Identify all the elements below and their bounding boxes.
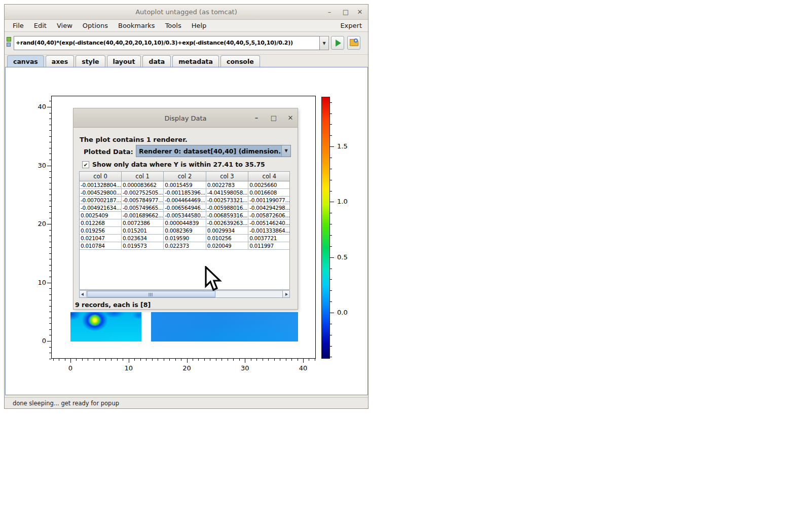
table-cell[interactable]: 0.0072386: [121, 219, 163, 226]
table-cell[interactable]: -0.004529800...: [80, 188, 121, 196]
chevron-down-icon[interactable]: ▼: [281, 145, 290, 157]
tick-mark: [49, 359, 51, 359]
data-table-viewport[interactable]: col 0col 1col 2col 3col 4 -0.001328804..…: [79, 171, 290, 290]
table-cell[interactable]: 0.011997: [248, 242, 290, 249]
dialog-close-button[interactable]: ✕: [286, 113, 295, 123]
tab-layout[interactable]: layout: [107, 55, 141, 67]
tab-console[interactable]: console: [220, 55, 260, 67]
menu-tools[interactable]: Tools: [160, 20, 187, 31]
scroll-left-button[interactable]: [80, 291, 87, 297]
table-cell[interactable]: 0.015201: [121, 226, 163, 234]
table-cell[interactable]: 0.0029934: [206, 226, 248, 234]
table-column-header-4[interactable]: col 4: [248, 172, 290, 181]
menu-edit[interactable]: Edit: [29, 20, 52, 31]
tab-canvas[interactable]: canvas: [7, 55, 44, 67]
menu-view[interactable]: View: [52, 20, 78, 31]
table-row[interactable]: 0.0210470.0236340.0195900.0102560.003772…: [80, 234, 290, 242]
table-cell[interactable]: 0.0015459: [164, 181, 206, 188]
dialog-titlebar[interactable]: Display Data – □ ✕: [73, 108, 298, 128]
scrollbar-thumb[interactable]: [87, 291, 215, 297]
table-cell[interactable]: 0.0022783: [206, 181, 248, 188]
menu-help[interactable]: Help: [187, 20, 212, 31]
table-cell[interactable]: 0.0037721: [248, 234, 290, 242]
table-cell[interactable]: 0.0016608: [248, 188, 290, 196]
table-cell[interactable]: -0.005988016...: [206, 204, 248, 211]
tick-mark: [82, 359, 83, 361]
table-cell[interactable]: -0.004464469...: [164, 196, 206, 204]
plotted-data-select[interactable]: Renderer 0: dataset[40,40] (dimension...…: [136, 145, 291, 157]
table-cell[interactable]: -0.002752505...: [121, 188, 163, 196]
table-cell[interactable]: 0.020049: [206, 242, 248, 249]
table-cell[interactable]: -0.006859316...: [206, 211, 248, 219]
table-cell[interactable]: -0.005146240...: [248, 219, 290, 226]
table-cell[interactable]: -0.005872606...: [248, 211, 290, 219]
table-cell[interactable]: -0.007002187...: [80, 196, 121, 204]
table-row[interactable]: 0.0025409-0.001689662...-0.005344580...-…: [80, 211, 290, 219]
menu-file[interactable]: File: [8, 20, 29, 31]
window-titlebar[interactable]: Autoplot untagged (as tomcat) – □ ✕: [5, 5, 368, 20]
table-cell[interactable]: 0.010784: [80, 242, 121, 249]
table-cell[interactable]: 0.0082369: [164, 226, 206, 234]
table-cell[interactable]: 0.010256: [206, 234, 248, 242]
table-row[interactable]: -0.004529800...-0.002752505...-0.0011853…: [80, 188, 290, 196]
table-cell[interactable]: -0.005749665...: [121, 204, 163, 211]
horizontal-scrollbar[interactable]: [79, 290, 290, 298]
dialog-maximize-button[interactable]: □: [269, 113, 278, 123]
dialog-minimize-button[interactable]: –: [252, 113, 261, 123]
uri-address-input[interactable]: +rand(40,40)*(exp(-distance(40,40,20,20,…: [14, 36, 320, 50]
tab-style[interactable]: style: [76, 55, 105, 67]
table-cell[interactable]: -0.002639263...: [206, 219, 248, 226]
tab-axes[interactable]: axes: [46, 55, 74, 67]
colorbar[interactable]: [321, 97, 330, 359]
table-row[interactable]: -0.001328804...0.0000836620.00154590.002…: [80, 181, 290, 188]
plot-canvas[interactable]: 0102030400102030401.51.00.50.0 Display D…: [5, 67, 368, 395]
table-cell[interactable]: 0.019256: [80, 226, 121, 234]
tab-data[interactable]: data: [142, 55, 171, 67]
table-cell[interactable]: 0.000044839: [164, 219, 206, 226]
inspect-uri-button[interactable]: [347, 36, 360, 50]
table-row[interactable]: -0.004921634...-0.005749665...-0.0065649…: [80, 204, 290, 211]
window-minimize-button[interactable]: –: [324, 7, 335, 17]
scroll-right-button[interactable]: [282, 291, 289, 297]
table-cell[interactable]: 0.023634: [121, 234, 163, 242]
datasource-type-icon[interactable]: [7, 36, 14, 49]
table-row[interactable]: 0.0192560.0152010.00823690.0029934-0.001…: [80, 226, 290, 234]
table-column-header-2[interactable]: col 2: [164, 172, 206, 181]
uri-dropdown-button[interactable]: ▼: [320, 36, 329, 50]
table-cell[interactable]: 0.012268: [80, 219, 121, 226]
table-cell[interactable]: 0.0025660: [248, 181, 290, 188]
table-cell[interactable]: 0.0025409: [80, 211, 121, 219]
filter-y-checkbox[interactable]: ✔: [82, 161, 89, 168]
expert-mode-label[interactable]: Expert: [340, 22, 362, 29]
table-cell[interactable]: -0.001199077...: [248, 196, 290, 204]
table-row[interactable]: 0.0107840.0195730.0223730.0200490.011997…: [80, 242, 290, 249]
table-column-header-1[interactable]: col 1: [121, 172, 163, 181]
table-cell[interactable]: -0.001333864...: [248, 226, 290, 234]
table-cell[interactable]: -0.004294298...: [248, 204, 290, 211]
table-cell[interactable]: 0.019573: [121, 242, 163, 249]
table-cell[interactable]: -0.001689662...: [121, 211, 163, 219]
table-cell[interactable]: 0.000083662: [121, 181, 163, 188]
table-cell[interactable]: -0.005784977...: [121, 196, 163, 204]
table-cell[interactable]: 0.021047: [80, 234, 121, 242]
table-column-header-0[interactable]: col 0: [80, 172, 121, 181]
table-cell[interactable]: -0.001185396...: [164, 188, 206, 196]
table-column-header-3[interactable]: col 3: [206, 172, 248, 181]
window-maximize-button[interactable]: □: [341, 7, 351, 17]
table-cell[interactable]: -0.004921634...: [80, 204, 121, 211]
table-cell[interactable]: -0.005344580...: [164, 211, 206, 219]
window-close-button[interactable]: ✕: [355, 7, 365, 17]
table-row[interactable]: -0.007002187...-0.005784977...-0.0044644…: [80, 196, 290, 204]
table-cell[interactable]: -0.002573321...: [206, 196, 248, 204]
menu-options[interactable]: Options: [78, 20, 113, 31]
menu-bookmarks[interactable]: Bookmarks: [113, 20, 160, 31]
table-cell[interactable]: -0.006564946...: [164, 204, 206, 211]
tab-metadata[interactable]: metadata: [172, 55, 219, 67]
table-row[interactable]: 0.0122680.00723860.000044839-0.002639263…: [80, 219, 290, 226]
table-cell[interactable]: 0.019590: [164, 234, 206, 242]
table-cell[interactable]: -4.041598058...: [206, 188, 248, 196]
go-plot-button[interactable]: [331, 36, 344, 50]
table-cell[interactable]: -0.001328804...: [80, 181, 121, 188]
table-cell[interactable]: 0.022373: [164, 242, 206, 249]
tick-mark: [49, 130, 51, 131]
